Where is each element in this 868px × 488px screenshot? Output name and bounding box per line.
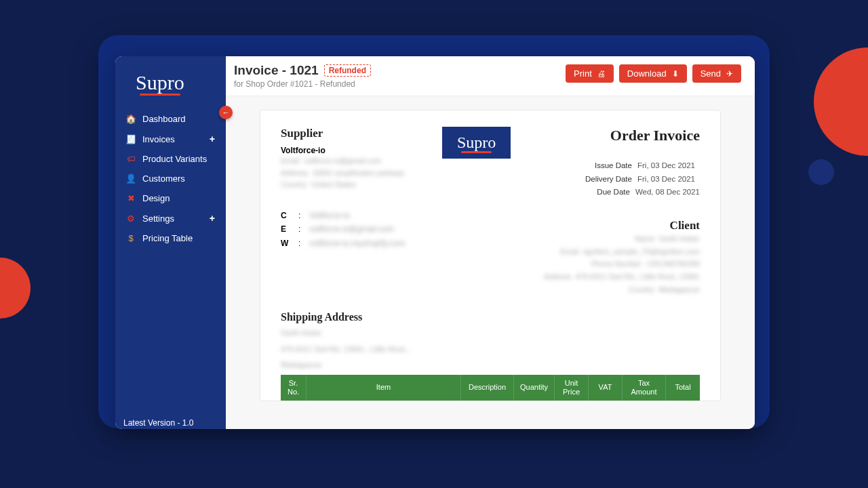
- supplier-address: Address 18001 ampitheatre parkway: [281, 167, 405, 180]
- brand-area: Supro: [115, 56, 226, 106]
- th-price: Unit Price: [555, 375, 589, 401]
- sidebar-label: Design: [142, 193, 170, 203]
- send-button[interactable]: Send ✈: [692, 64, 741, 83]
- user-icon: 👤: [126, 174, 136, 184]
- page-subtitle: for Shop Order #1021 - Refunded: [234, 79, 552, 89]
- file-icon: 🧾: [126, 134, 136, 144]
- th-item: Item: [307, 375, 461, 401]
- send-icon: ✈: [726, 69, 733, 79]
- page-title: Invoice - 1021: [234, 63, 319, 78]
- order-dates: Issue DateFri, 03 Dec 2021 Delivery Date…: [585, 159, 700, 199]
- th-desc: Description: [461, 375, 514, 401]
- invoice-logo: Supro: [442, 127, 511, 159]
- shipping-block: Shipping Address Garth Huber 470-8311 Se…: [281, 311, 700, 371]
- sidebar-item-invoices[interactable]: 🧾 Invoices +: [115, 129, 226, 149]
- sidebar-label: Settings: [142, 214, 174, 224]
- supplier-block: Supplier Voltforce-io Email voltforce.io…: [281, 127, 405, 250]
- download-icon: ⬇: [672, 69, 679, 79]
- supplier-contact: C:Voltforce-io E:voltforce.io@gmail.com …: [281, 209, 405, 250]
- brand-logo-on-invoice: Supro: [457, 134, 496, 152]
- sidebar-label: Customers: [142, 174, 185, 184]
- dollar-icon: $: [126, 233, 136, 243]
- shipping-heading: Shipping Address: [281, 311, 700, 323]
- print-button[interactable]: Print 🖨: [566, 64, 614, 83]
- button-label: Download: [627, 68, 667, 79]
- brand-logo: Supro: [136, 71, 184, 94]
- th-total: Total: [666, 375, 700, 401]
- decor-circle-right: [814, 47, 868, 156]
- tags-icon: 🏷: [126, 154, 136, 164]
- th-sr: Sr. No.: [281, 375, 307, 401]
- action-bar: Print 🖨 Download ⬇ Send ✈: [566, 64, 741, 83]
- supplier-email: Email voltforce.io@gmail.com: [281, 155, 405, 167]
- home-icon: 🏠: [126, 114, 136, 124]
- shipping-line: 470-8311 Sed Rd. 13941., Little Rock.,: [281, 344, 700, 356]
- order-title: Order Invoice: [585, 127, 700, 144]
- main-panel: Invoice - 1021 Refunded for Shop Order #…: [226, 56, 755, 429]
- order-meta: Order Invoice Issue DateFri, 03 Dec 2021…: [585, 127, 700, 199]
- shipping-country: Madagascar: [281, 359, 700, 371]
- th-tax: Tax Amount: [623, 375, 666, 401]
- supplier-heading: Supplier: [281, 127, 405, 140]
- sidebar-item-settings[interactable]: ⚙ Settings +: [115, 208, 226, 228]
- sidebar-label: Dashboard: [142, 114, 186, 124]
- sidebar-nav: 🏠 Dashboard 🧾 Invoices + 🏷 Product Varia…: [115, 106, 226, 251]
- status-badge: Refunded: [324, 64, 371, 77]
- sidebar-item-dashboard[interactable]: 🏠 Dashboard: [115, 109, 226, 129]
- th-vat: VAT: [589, 375, 623, 401]
- version-label: Latest Version - 1.0: [115, 414, 224, 432]
- th-qty: Quantity: [514, 375, 555, 401]
- sidebar-item-customers[interactable]: 👤 Customers: [115, 169, 226, 188]
- topbar: Invoice - 1021 Refunded for Shop Order #…: [226, 56, 755, 96]
- button-label: Print: [574, 68, 592, 79]
- sidebar: Supro 🏠 Dashboard 🧾 Invoices + 🏷 Product…: [115, 56, 226, 429]
- button-label: Send: [701, 68, 721, 79]
- decor-circle-left: [0, 258, 31, 319]
- app-window: Supro 🏠 Dashboard 🧾 Invoices + 🏷 Product…: [115, 56, 755, 429]
- decor-circle-small: [808, 159, 834, 185]
- shipping-name: Garth Huber: [281, 327, 700, 340]
- printer-icon: 🖨: [597, 69, 606, 79]
- invoice-card: Supplier Voltforce-io Email voltforce.io…: [260, 110, 721, 401]
- sidebar-item-design[interactable]: ✖ Design: [115, 188, 226, 208]
- sidebar-label: Invoices: [142, 134, 175, 144]
- sidebar-label: Product Variants: [142, 154, 207, 164]
- sidebar-label: Pricing Table: [142, 233, 193, 243]
- tools-icon: ✖: [126, 193, 136, 203]
- supplier-name: Voltforce-io: [281, 146, 405, 155]
- line-items-header: Sr. No. Item Description Quantity Unit P…: [281, 375, 700, 401]
- invoice-stage: Supplier Voltforce-io Email voltforce.io…: [226, 96, 755, 415]
- sidebar-item-pricing[interactable]: $ Pricing Table: [115, 228, 226, 248]
- client-block: Client Name Garth Huber Email egnition_s…: [544, 219, 700, 296]
- arrow-left-icon: ←: [222, 108, 230, 117]
- title-block: Invoice - 1021 Refunded for Shop Order #…: [234, 63, 552, 89]
- gear-icon: ⚙: [126, 214, 136, 224]
- supplier-country: Country United States: [281, 179, 405, 191]
- plus-icon[interactable]: +: [210, 134, 215, 144]
- download-button[interactable]: Download ⬇: [619, 64, 687, 83]
- client-heading: Client: [544, 219, 700, 232]
- sidebar-collapse-button[interactable]: ←: [219, 106, 233, 119]
- sidebar-item-product-variants[interactable]: 🏷 Product Variants: [115, 149, 226, 169]
- plus-icon[interactable]: +: [210, 213, 215, 224]
